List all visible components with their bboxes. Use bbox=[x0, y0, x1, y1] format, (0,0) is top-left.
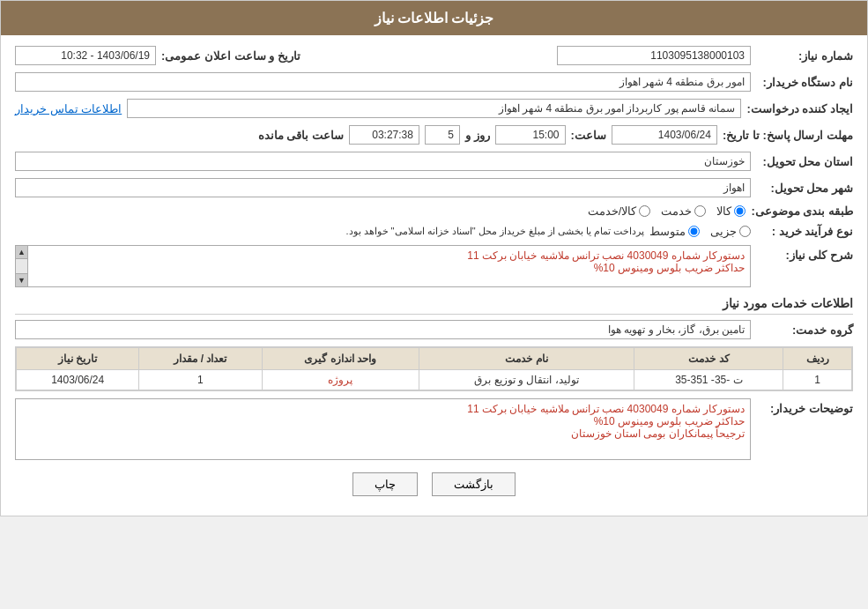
goroh-label: گروه خدمت: bbox=[756, 323, 853, 337]
col-radif: ردیف bbox=[783, 348, 852, 370]
services-table: ردیف کد خدمت نام خدمت واحد اندازه گیری ت… bbox=[16, 347, 852, 390]
radio-kala-khedmat-input[interactable] bbox=[639, 205, 650, 217]
col-vahed: واحد اندازه گیری bbox=[262, 348, 419, 370]
row-ostan: استان محل تحویل: bbox=[15, 152, 853, 171]
shahr-label: شهر محل تحویل: bbox=[756, 182, 853, 195]
radio-jozi-label: جزیی bbox=[710, 225, 737, 238]
row-shomare-niaz: شماره نیاز: تاریخ و ساعت اعلان عمومی: bbox=[15, 46, 853, 65]
shomare-niaz-label: شماره نیاز: bbox=[756, 49, 853, 63]
radio-khedmat-input[interactable] bbox=[694, 205, 706, 217]
sharh-text: دستورکار شماره 4030049 نصب ترانس ملاشیه … bbox=[467, 249, 745, 274]
toozihat-label: توضیحات خریدار: bbox=[756, 398, 853, 415]
nam-dastgah-label: نام دستگاه خریدار: bbox=[756, 76, 853, 89]
mohlat-remaining-input[interactable] bbox=[349, 125, 419, 145]
radio-kala-label: کالا bbox=[716, 204, 731, 218]
ijad-link[interactable]: اطلاعات تماس خریدار bbox=[15, 102, 122, 115]
scroll-up-btn[interactable]: ▲ bbox=[16, 246, 27, 259]
row-shahr: شهر محل تحویل: bbox=[15, 178, 853, 197]
cell-kod: ت -35- 351-35 bbox=[634, 370, 783, 390]
sharh-content: دستورکار شماره 4030049 نصب ترانس ملاشیه … bbox=[27, 245, 751, 287]
goroh-input[interactable] bbox=[15, 320, 751, 339]
ijad-label: ایجاد کننده درخواست: bbox=[746, 102, 853, 115]
mohlat-rooz-label: روز و bbox=[465, 129, 490, 142]
content-area: شماره نیاز: تاریخ و ساعت اعلان عمومی: نا… bbox=[1, 35, 867, 516]
noe-farayand-label: نوع فرآیند خرید : bbox=[756, 225, 853, 238]
radio-motevaset[interactable]: متوسط bbox=[649, 225, 700, 238]
radio-kala[interactable]: کالا bbox=[716, 204, 746, 218]
radio-motevaset-input[interactable] bbox=[688, 226, 700, 237]
tarikh-input[interactable] bbox=[15, 46, 156, 65]
cell-vahed: پروژه bbox=[262, 370, 419, 390]
radio-jozi-input[interactable] bbox=[739, 226, 751, 237]
toozihat-textarea[interactable]: دستورکار شماره 4030049 نصب ترانس ملاشیه … bbox=[15, 398, 751, 460]
radio-khedmat[interactable]: خدمت bbox=[661, 204, 706, 218]
nam-dastgah-input[interactable] bbox=[15, 72, 751, 92]
services-table-container: ردیف کد خدمت نام خدمت واحد اندازه گیری ت… bbox=[15, 346, 853, 391]
mohlat-saat-label: ساعت: bbox=[571, 129, 606, 142]
row-tabaghebandi: طبقه بندی موضوعی: کالا خدمت کالا/خدمت bbox=[15, 204, 853, 218]
btn-bazgasht[interactable]: بازگشت bbox=[432, 472, 516, 496]
mohlat-date-input[interactable] bbox=[612, 125, 717, 145]
radio-jozi[interactable]: جزیی bbox=[710, 225, 751, 238]
radio-kala-khedmat-label: کالا/خدمت bbox=[588, 204, 637, 218]
radio-kala-input[interactable] bbox=[734, 205, 746, 217]
row-mohlat: مهلت ارسال پاسخ: تا تاریخ: ساعت: روز و س… bbox=[15, 125, 853, 145]
page-header: جزئیات اطلاعات نیاز bbox=[1, 1, 867, 35]
tarikh-label: تاریخ و ساعت اعلان عمومی: bbox=[161, 49, 300, 63]
mohlat-saat-input[interactable] bbox=[495, 125, 566, 145]
row-sharh: شرح کلی نیاز: دستورکار شماره 4030049 نصب… bbox=[15, 245, 853, 287]
col-tarikh: تاریخ نیاز bbox=[17, 348, 139, 370]
radio-khedmat-label: خدمت bbox=[661, 204, 692, 218]
btn-chap[interactable]: چاپ bbox=[352, 472, 418, 496]
page-title: جزئیات اطلاعات نیاز bbox=[375, 11, 494, 26]
cell-tarikh: 1403/06/24 bbox=[17, 370, 139, 390]
sharh-label: شرح کلی نیاز: bbox=[756, 245, 853, 262]
cell-name: تولید، انتقال و توزیع برق bbox=[419, 370, 634, 390]
mohlat-rooz-input[interactable] bbox=[425, 125, 460, 145]
mohlat-label: مهلت ارسال پاسخ: تا تاریخ: bbox=[723, 129, 853, 142]
cell-radif: 1 bbox=[783, 370, 852, 390]
tabaghebandi-label: طبقه بندی موضوعی: bbox=[751, 204, 853, 218]
col-kod: کد خدمت bbox=[634, 348, 783, 370]
button-row: بازگشت چاپ bbox=[15, 472, 853, 496]
table-row: 1 ت -35- 351-35 تولید، انتقال و توزیع بر… bbox=[17, 370, 852, 390]
ijad-input[interactable] bbox=[127, 99, 741, 118]
ostan-label: استان محل تحویل: bbox=[756, 155, 853, 168]
row-noe-farayand: نوع فرآیند خرید : جزیی متوسط پرداخت تمام… bbox=[15, 225, 853, 238]
khadamat-section-title: اطلاعات خدمات مورد نیاز bbox=[15, 296, 853, 315]
radio-motevaset-label: متوسط bbox=[649, 225, 686, 238]
tabaghebandi-radio-group: کالا خدمت کالا/خدمت bbox=[588, 204, 746, 218]
scrollbar[interactable]: ▲ ▼ bbox=[15, 245, 27, 287]
col-name: نام خدمت bbox=[419, 348, 634, 370]
col-tedad: تعداد / مقدار bbox=[139, 348, 262, 370]
farayand-note: پرداخت تمام یا بخشی از مبلغ خریداز محل "… bbox=[345, 226, 644, 237]
noe-farayand-radio-group: جزیی متوسط bbox=[649, 225, 751, 238]
cell-tedad: 1 bbox=[139, 370, 262, 390]
radio-kala-khedmat[interactable]: کالا/خدمت bbox=[588, 204, 651, 218]
shahr-input[interactable] bbox=[15, 178, 751, 197]
row-nam-dastgah: نام دستگاه خریدار: bbox=[15, 72, 853, 92]
ostan-input[interactable] bbox=[15, 152, 751, 171]
page-container: جزئیات اطلاعات نیاز شماره نیاز: تاریخ و … bbox=[0, 0, 868, 516]
row-goroh: گروه خدمت: bbox=[15, 320, 853, 339]
shomare-niaz-input[interactable] bbox=[557, 46, 751, 65]
toozihat-row: توضیحات خریدار: دستورکار شماره 4030049 ن… bbox=[15, 398, 853, 460]
mohlat-remaining-label: ساعت باقی مانده bbox=[258, 129, 344, 142]
row-ijad: ایجاد کننده درخواست: اطلاعات تماس خریدار bbox=[15, 99, 853, 118]
sharh-box-wrapper: دستورکار شماره 4030049 نصب ترانس ملاشیه … bbox=[15, 245, 751, 287]
scroll-down-btn[interactable]: ▼ bbox=[16, 273, 27, 286]
